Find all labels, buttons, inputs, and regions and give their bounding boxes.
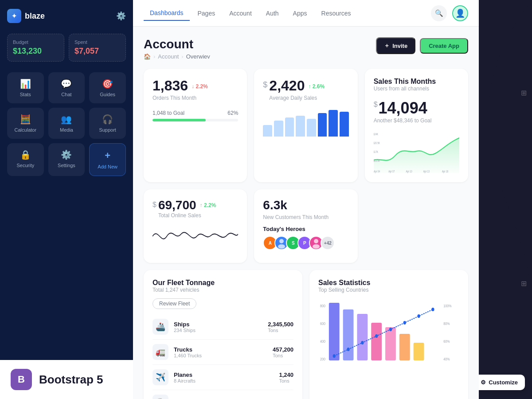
progress-bar-bg (153, 119, 238, 121)
svg-point-30 (361, 341, 364, 344)
new-customers-value: 6.3k (263, 198, 287, 212)
media-icon: 👥 (61, 114, 72, 125)
svg-point-32 (389, 328, 392, 331)
invite-plus-icon: ＋ (384, 42, 390, 50)
right-settings-icon[interactable]: ⊞ (521, 89, 527, 97)
nav-link-account[interactable]: Account (223, 6, 258, 20)
fleet-info-ships: Ships 234 Ships (174, 321, 262, 333)
svg-text:60%: 60% (443, 339, 450, 344)
nav-link-auth[interactable]: Auth (260, 6, 285, 20)
svg-text:100%: 100% (443, 304, 451, 308)
guides-label: Guides (100, 92, 115, 97)
budget-cards: Budget $13,230 Spent $7,057 (7, 34, 126, 62)
orders-card: 1,836 ↓ 2.2% Orders This Month 1,048 to … (144, 69, 247, 182)
svg-point-31 (375, 334, 378, 338)
dollar-prefix: $ (263, 80, 267, 90)
nav-link-apps[interactable]: Apps (287, 6, 313, 20)
fleet-row-trucks: 🚛 Trucks 1,460 Trucks 457,200 Tons (153, 340, 293, 365)
page-title: Account (144, 37, 210, 51)
svg-text:800: 800 (320, 304, 325, 308)
guides-icon: 🎯 (102, 78, 113, 89)
svg-rect-25 (385, 327, 396, 360)
planes-sub: 8 Aircrafts (174, 378, 274, 383)
sales-stats-chart: 800 600 400 200 100% 80% 60% 40% (318, 298, 459, 369)
nav-link-pages[interactable]: Pages (192, 6, 222, 20)
support-icon: 🎧 (102, 114, 113, 125)
sales-month-value: 14,094 (379, 99, 427, 117)
svg-text:Apr 04: Apr 04 (374, 169, 380, 173)
planes-unit: Tons (279, 378, 293, 383)
spent-value: $7,057 (74, 47, 120, 56)
svg-text:40%: 40% (443, 357, 450, 361)
trucks-value-area: 457,200 Tons (273, 346, 293, 358)
heroes-avatars: A S P +42 (263, 236, 348, 250)
svg-rect-22 (343, 309, 354, 360)
calculator-icon: 🧮 (20, 114, 31, 125)
security-icon: 🔒 (20, 149, 31, 160)
svg-rect-23 (357, 314, 368, 360)
page-title-area: Account 🏠 › Account › Overwiev (144, 37, 210, 60)
daily-sales-label: Average Daily Sales (269, 95, 325, 101)
trucks-sub: 1,460 Trucks (174, 353, 267, 358)
bar-5 (307, 119, 316, 137)
sales-stats-card: Sales Statistics Top Selling Countries 8… (309, 270, 468, 399)
sidebar-header: ✦ blaze ⚙️ (7, 9, 126, 23)
bar-4 (296, 116, 305, 137)
svg-point-12 (313, 244, 320, 249)
review-fleet-button[interactable]: Review Fleet (153, 298, 196, 309)
nav-grid: 📊 Stats 💬 Chat 🎯 Guides 🧮 Calculator 👥 M… (7, 72, 126, 176)
nav-link-dashboards[interactable]: Dashboards (144, 6, 190, 21)
stats-label: Stats (20, 92, 31, 97)
spent-card: Spent $7,057 (69, 34, 126, 62)
bootstrap-badge: B Bootstrap 5 (0, 360, 133, 399)
sidebar-item-guides[interactable]: 🎯 Guides (89, 72, 126, 103)
media-label: Media (60, 127, 73, 133)
bar-8 (340, 112, 349, 137)
sidebar-item-stats[interactable]: 📊 Stats (7, 72, 44, 103)
progress-goal: 1,048 to Goal (153, 110, 184, 116)
ships-unit: Tons (268, 328, 293, 333)
svg-point-35 (431, 308, 434, 311)
sales-dollar: $ (374, 101, 378, 109)
spent-label: Spent (74, 39, 120, 45)
svg-text:$20.5K: $20.5K (374, 141, 380, 145)
customize-button[interactable]: ⚙ Customize (479, 375, 525, 390)
user-avatar[interactable] (452, 5, 468, 21)
invite-button[interactable]: ＋ Invite (376, 37, 415, 54)
planes-name: Planes (174, 372, 274, 378)
bootstrap-logo: B (11, 369, 32, 390)
sidebar-item-support[interactable]: 🎧 Support (89, 108, 126, 139)
chat-icon: 💬 (61, 78, 72, 89)
sidebar-item-calculator[interactable]: 🧮 Calculator (7, 108, 44, 139)
sidebar-item-security[interactable]: 🔒 Security (7, 143, 44, 176)
sales-goal-text: Another $48,346 to Goal (374, 117, 459, 124)
planes-value: 1,240 (279, 372, 293, 378)
mini-bars (263, 110, 348, 137)
page-header: Account 🏠 › Account › Overwiev ＋ Invite … (144, 37, 468, 60)
search-button[interactable]: 🔍 (431, 5, 447, 21)
svg-text:400: 400 (320, 339, 325, 344)
sidebar-menu-icon[interactable]: ⚙️ (116, 11, 126, 21)
trucks-icon: 🚛 (153, 344, 168, 360)
chat-label: Chat (61, 92, 71, 97)
create-app-button[interactable]: Create App (420, 38, 468, 54)
sidebar-item-chat[interactable]: 💬 Chat (48, 72, 85, 103)
right-settings-icon2[interactable]: ⊞ (521, 279, 527, 288)
budget-value: $13,230 (13, 47, 59, 56)
sales-stats-title: Sales Statistics (318, 279, 459, 287)
online-sales-value: 69,700 (158, 198, 196, 212)
svg-text:$24K: $24K (374, 132, 378, 136)
bar-7 (329, 110, 338, 137)
sidebar-item-media[interactable]: 👥 Media (48, 108, 85, 139)
sidebar-item-add-new[interactable]: + Add New (89, 143, 126, 176)
sidebar-item-settings[interactable]: ⚙️ Settings (48, 143, 85, 176)
top-nav-links: Dashboards Pages Account Auth Apps Resou… (144, 6, 357, 21)
ships-icon: 🚢 (153, 319, 168, 335)
calculator-label: Calculator (15, 127, 37, 133)
nav-link-resources[interactable]: Resources (315, 6, 357, 20)
svg-text:Apr 07: Apr 07 (388, 169, 395, 173)
svg-rect-24 (371, 323, 382, 360)
daily-sales-value: 2,420 (269, 78, 305, 94)
svg-point-34 (417, 314, 420, 318)
ships-value: 2,345,500 (268, 321, 293, 328)
